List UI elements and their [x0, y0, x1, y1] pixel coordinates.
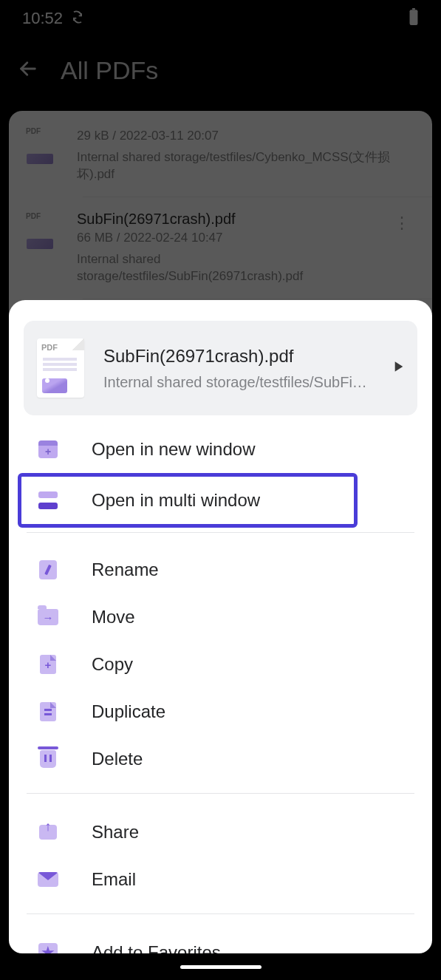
multi-window-icon	[37, 489, 59, 511]
file-meta: 29 kB / 2022-03-11 20:07	[77, 129, 417, 143]
pdf-thumb-icon	[24, 211, 59, 252]
star-icon: ★	[37, 942, 59, 953]
menu-copy[interactable]: Copy	[9, 641, 432, 688]
menu-open-multi-window[interactable]: Open in multi window	[21, 477, 354, 524]
menu-label: Rename	[92, 559, 159, 580]
file-list-item[interactable]: SubFin(26971crash).pdf 66 MB / 2022-02-2…	[9, 202, 432, 294]
menu-delete[interactable]: Delete	[9, 735, 432, 783]
status-bar: 10:52	[0, 0, 441, 37]
file-meta: 66 MB / 2022-02-24 10:47	[77, 231, 369, 245]
share-icon	[37, 821, 59, 843]
file-list-item[interactable]: 29 kB / 2022-03-11 20:07 Internal shared…	[9, 117, 432, 192]
file-path: Internal shared storage/testfiles/SubFin…	[77, 251, 369, 285]
copy-icon	[37, 653, 59, 676]
more-icon[interactable]: ⋮	[386, 211, 417, 236]
menu-move[interactable]: Move	[9, 593, 432, 641]
divider	[83, 299, 432, 299]
sheet-file-path: Internal shared storage/testfiles/SubFin…	[103, 374, 375, 391]
nav-bar	[0, 953, 441, 980]
highlighted-menu-item: Open in multi window	[18, 473, 358, 528]
svg-rect-0	[412, 8, 415, 10]
file-title: SubFin(26971crash).pdf	[77, 211, 369, 228]
status-time: 10:52	[22, 9, 63, 28]
chevron-right-icon	[394, 361, 404, 375]
rename-icon	[37, 559, 59, 581]
svg-marker-3	[395, 361, 403, 371]
home-indicator[interactable]	[180, 965, 261, 969]
menu-label: Email	[92, 869, 136, 890]
sheet-file-title: SubFin(26971crash).pdf	[103, 346, 375, 367]
new-window-icon	[37, 438, 59, 460]
menu-label: Share	[92, 822, 139, 843]
sync-icon	[70, 10, 85, 27]
menu-label: Copy	[92, 654, 133, 675]
battery-icon	[408, 8, 419, 29]
menu-label: Move	[92, 607, 135, 627]
pdf-thumb-icon	[24, 126, 59, 167]
menu-label: Duplicate	[92, 701, 165, 722]
svg-rect-1	[410, 10, 418, 25]
menu-label: Open in new window	[92, 439, 255, 460]
menu-open-new-window[interactable]: Open in new window	[9, 426, 432, 473]
context-menu-sheet: PDF SubFin(26971crash).pdf Internal shar…	[9, 300, 432, 953]
sheet-file-header[interactable]: PDF SubFin(26971crash).pdf Internal shar…	[24, 321, 417, 415]
file-path: Internal shared storage/testfiles/Cybenk…	[77, 149, 417, 183]
menu-label: Open in multi window	[92, 490, 260, 511]
pdf-thumb-icon: PDF	[37, 338, 84, 398]
menu-label: Add to Favorites	[92, 942, 221, 953]
app-header: All PDFs	[0, 37, 441, 103]
move-icon	[37, 606, 59, 628]
back-arrow-icon[interactable]	[18, 58, 38, 82]
delete-icon	[37, 748, 59, 770]
menu-add-favorites[interactable]: ★ Add to Favorites	[9, 929, 432, 953]
email-icon	[37, 868, 59, 891]
divider	[83, 197, 432, 197]
menu-duplicate[interactable]: Duplicate	[9, 688, 432, 735]
duplicate-icon	[37, 701, 59, 723]
menu-share[interactable]: Share	[9, 809, 432, 856]
menu-email[interactable]: Email	[9, 856, 432, 903]
page-title: All PDFs	[61, 56, 158, 85]
menu-label: Delete	[92, 749, 143, 769]
menu-rename[interactable]: Rename	[9, 546, 432, 593]
